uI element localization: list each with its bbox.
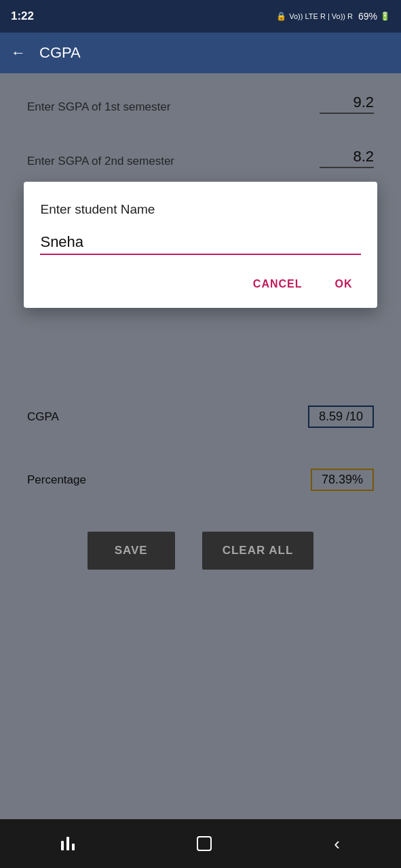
recents-button[interactable]	[61, 837, 75, 850]
app-title: CGPA	[39, 44, 81, 62]
dialog-overlay: Enter student Name CANCEL OK	[0, 73, 401, 819]
battery-percent: 69%	[358, 11, 377, 22]
status-bar: 1:22 🔒 Vo)) LTE R | Vo)) R 69% 🔋	[0, 0, 401, 33]
battery-icon: 🔒	[276, 12, 286, 21]
student-name-input[interactable]	[40, 231, 360, 254]
back-nav-icon: ‹	[334, 833, 340, 854]
status-icons: 🔒 Vo)) LTE R | Vo)) R 69% 🔋	[276, 11, 390, 22]
ok-button[interactable]: OK	[327, 271, 361, 297]
dialog-input-wrapper	[40, 231, 360, 255]
main-content: Enter SGPA of 1st semester 9.2 Enter SGP…	[0, 73, 401, 819]
dialog-title: Enter student Name	[40, 202, 360, 217]
app-bar: ← CGPA	[0, 33, 401, 73]
nav-bar: ‹	[0, 819, 401, 868]
home-icon	[197, 836, 212, 851]
recents-icon	[61, 837, 75, 850]
status-time: 1:22	[11, 9, 34, 23]
dialog: Enter student Name CANCEL OK	[24, 182, 377, 308]
dialog-actions: CANCEL OK	[40, 271, 360, 297]
signal-icon: Vo)) LTE R | Vo)) R	[289, 12, 353, 20]
back-nav-button[interactable]: ‹	[334, 833, 340, 854]
battery-level-icon: 🔋	[380, 12, 390, 21]
back-button[interactable]: ←	[11, 44, 26, 62]
cancel-button[interactable]: CANCEL	[245, 271, 311, 297]
home-button[interactable]	[197, 836, 212, 851]
